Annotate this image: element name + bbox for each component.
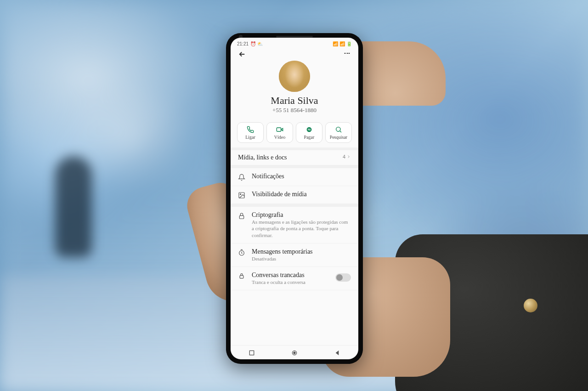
media-visibility-row[interactable]: Visibilidade de mídia bbox=[231, 186, 358, 204]
android-nav-bar bbox=[231, 345, 358, 359]
profile-section: Maria Silva +55 51 8564-1880 bbox=[231, 61, 358, 119]
nav-recent-button[interactable] bbox=[248, 349, 255, 357]
notifications-row[interactable]: Notificações bbox=[231, 168, 358, 186]
encryption-row[interactable]: Criptografia As mensagens e as ligações … bbox=[231, 207, 358, 244]
nav-home-button[interactable] bbox=[291, 349, 298, 357]
nav-back-button[interactable] bbox=[334, 349, 341, 357]
bell-icon bbox=[238, 174, 245, 181]
call-label: Ligar bbox=[245, 135, 255, 140]
status-time: 21:21 bbox=[237, 41, 249, 46]
lock-shield-icon bbox=[238, 272, 245, 280]
disappearing-messages-row[interactable]: Mensagens temporárias Desativadas bbox=[231, 244, 358, 267]
video-button[interactable]: Vídeo bbox=[266, 122, 293, 143]
timer-icon bbox=[238, 249, 245, 256]
lock-icon bbox=[238, 212, 245, 220]
disappearing-title: Mensagens temporárias bbox=[252, 248, 351, 255]
header: ⋮ bbox=[231, 48, 358, 61]
phone-icon bbox=[246, 125, 254, 134]
video-label: Vídeo bbox=[274, 135, 285, 140]
back-button[interactable] bbox=[238, 50, 246, 61]
pay-button[interactable]: R$ Pagar bbox=[296, 122, 322, 143]
status-left-icons: ⏰ ⛅ bbox=[250, 41, 263, 46]
locked-chats-row[interactable]: Conversas trancadas Tranca e oculta a co… bbox=[231, 267, 358, 290]
svg-point-3 bbox=[336, 127, 340, 131]
svg-point-11 bbox=[294, 352, 295, 354]
contact-phone: +55 51 8564-1880 bbox=[272, 107, 317, 114]
locked-subtitle: Tranca e oculta a conversa bbox=[252, 279, 329, 285]
background-person-silhouette bbox=[55, 156, 92, 257]
status-bar: 21:21 ⏰ ⛅ 📶 📶 🔋 bbox=[231, 38, 358, 48]
call-button[interactable]: Ligar bbox=[237, 122, 264, 143]
status-right-icons: 📶 📶 🔋 bbox=[333, 41, 352, 46]
encryption-title: Criptografia bbox=[252, 211, 351, 219]
more-menu-button[interactable]: ⋮ bbox=[344, 50, 351, 56]
media-count-chevron: 4 bbox=[343, 154, 351, 159]
media-visibility-label: Visibilidade de mídia bbox=[252, 191, 351, 198]
contact-name: Maria Silva bbox=[271, 95, 318, 107]
video-icon bbox=[276, 125, 284, 134]
notifications-label: Notificações bbox=[252, 173, 351, 180]
jacket-button bbox=[524, 299, 537, 312]
svg-rect-6 bbox=[239, 215, 243, 219]
svg-rect-9 bbox=[250, 351, 254, 355]
action-buttons-row: Ligar Vídeo R$ Pagar Pesquisar bbox=[231, 119, 358, 147]
svg-point-5 bbox=[240, 194, 241, 195]
media-title: Mídia, links e docs bbox=[238, 154, 336, 161]
svg-text:R$: R$ bbox=[308, 129, 311, 131]
media-links-docs-row[interactable]: Mídia, links e docs 4 bbox=[231, 150, 358, 165]
phone-device: 21:21 ⏰ ⛅ 📶 📶 🔋 ⋮ Maria Silva +55 51 856… bbox=[226, 33, 363, 364]
image-icon bbox=[238, 192, 245, 199]
disappearing-subtitle: Desativadas bbox=[252, 255, 351, 262]
svg-rect-0 bbox=[277, 128, 281, 131]
search-icon bbox=[334, 125, 343, 134]
phone-screen: 21:21 ⏰ ⛅ 📶 📶 🔋 ⋮ Maria Silva +55 51 856… bbox=[231, 38, 358, 359]
pay-label: Pagar bbox=[304, 135, 315, 140]
search-button[interactable]: Pesquisar bbox=[325, 122, 352, 143]
search-label: Pesquisar bbox=[330, 135, 347, 140]
contact-avatar[interactable] bbox=[279, 61, 310, 92]
pay-icon: R$ bbox=[305, 125, 313, 134]
locked-title: Conversas trancadas bbox=[252, 272, 329, 279]
encryption-subtitle: As mensagens e as ligações são protegida… bbox=[252, 219, 351, 238]
locked-toggle[interactable] bbox=[335, 273, 351, 282]
svg-rect-8 bbox=[240, 276, 243, 278]
